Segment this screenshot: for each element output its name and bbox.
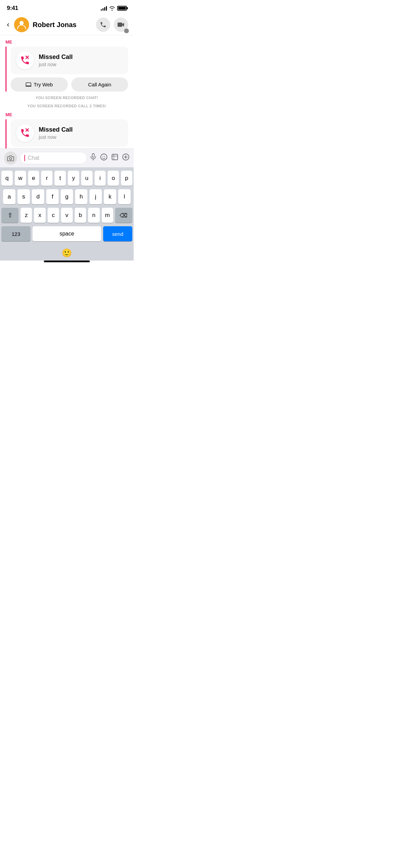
call-again-button-1[interactable]: Call Again (71, 77, 129, 92)
shift-key[interactable]: ⇧ (1, 208, 19, 223)
key-j[interactable]: j (89, 189, 102, 204)
key-i[interactable]: i (95, 171, 106, 186)
call-icon-wrapper-2 (16, 124, 34, 142)
system-msg-1: YOU SCREEN RECORDED CHAT! (5, 96, 128, 100)
key-q[interactable]: q (1, 171, 13, 186)
key-a[interactable]: a (3, 189, 15, 204)
keyboard: q w e r t y u i o p a s d f g h j k l ⇧ … (0, 167, 134, 246)
camera-icon (7, 155, 14, 161)
svg-rect-10 (112, 154, 118, 160)
call-title-2: Missed Call (39, 126, 73, 133)
key-b[interactable]: b (75, 208, 86, 223)
call-icon-wrapper-1 (16, 51, 34, 69)
contact-name: Robert Jonas (33, 21, 93, 29)
keyboard-row-3: ⇧ z x c v b n m ⌫ (1, 208, 132, 223)
mic-icon (90, 153, 97, 161)
svg-rect-1 (118, 23, 122, 27)
key-e[interactable]: e (28, 171, 39, 186)
emoji-bar-icon[interactable]: 🙂 (62, 248, 72, 258)
svg-point-8 (102, 156, 103, 157)
space-key[interactable]: space (33, 226, 101, 241)
keyboard-row-2: a s d f g h j k l (1, 189, 132, 204)
sticker-button[interactable] (111, 153, 119, 163)
me-label-1: ME (5, 39, 128, 45)
input-bar: Chat (0, 148, 134, 167)
status-icons (101, 6, 127, 11)
key-n[interactable]: n (88, 208, 99, 223)
plus-circle-icon (122, 153, 130, 161)
signal-bars-icon (101, 6, 107, 11)
svg-rect-2 (26, 83, 31, 86)
keyboard-row-1: q w e r t y u i o p (1, 171, 132, 186)
header-actions (96, 17, 128, 32)
phone-call-button[interactable] (96, 17, 110, 32)
avatar[interactable] (14, 17, 29, 32)
svg-point-0 (20, 21, 24, 25)
send-key[interactable]: send (103, 226, 132, 241)
key-r[interactable]: r (41, 171, 52, 186)
video-badge (124, 28, 129, 33)
key-o[interactable]: o (108, 171, 119, 186)
key-u[interactable]: u (81, 171, 93, 186)
key-v[interactable]: v (61, 208, 72, 223)
back-button[interactable]: ‹ (5, 19, 11, 31)
key-x[interactable]: x (34, 208, 45, 223)
call-info-2: Missed Call just now (39, 126, 73, 140)
key-d[interactable]: d (32, 189, 44, 204)
key-h[interactable]: h (75, 189, 87, 204)
input-actions (90, 153, 130, 163)
camera-button[interactable] (4, 152, 17, 165)
key-k[interactable]: k (104, 189, 116, 204)
video-icon (117, 22, 125, 28)
chat-input-field[interactable]: Chat (20, 152, 87, 164)
key-m[interactable]: m (102, 208, 113, 223)
battery-icon (117, 6, 127, 11)
svg-rect-5 (92, 154, 94, 157)
message-card-wrapper-1: Missed Call just now Try Web Call Again (5, 47, 128, 92)
missed-call-icon-2 (20, 128, 30, 138)
home-indicator (44, 261, 90, 262)
svg-point-7 (101, 154, 107, 160)
message-card-wrapper-2: Missed Call just now Try Web Call Again (5, 119, 128, 148)
try-web-button-1[interactable]: Try Web (11, 77, 68, 92)
chat-header: ‹ Robert Jonas (0, 14, 134, 35)
key-y[interactable]: y (68, 171, 79, 186)
call-time-1: just now (39, 62, 73, 67)
keyboard-row-4: 123 space send (1, 226, 132, 241)
key-f[interactable]: f (46, 189, 59, 204)
key-w[interactable]: w (15, 171, 26, 186)
svg-point-9 (105, 156, 105, 157)
video-call-button[interactable] (114, 17, 128, 32)
delete-key[interactable]: ⌫ (115, 208, 132, 223)
call-info-1: Missed Call just now (39, 53, 73, 67)
wifi-icon (109, 6, 115, 11)
svg-point-4 (10, 157, 12, 160)
phone-icon (100, 21, 107, 28)
missed-call-icon-1 (20, 55, 30, 65)
key-g[interactable]: g (61, 189, 73, 204)
numbers-key[interactable]: 123 (1, 226, 31, 241)
emoji-bar: 🙂 (0, 246, 134, 261)
emoji-button[interactable] (100, 153, 108, 163)
status-time: 9:41 (7, 5, 18, 12)
emoji-icon (100, 153, 108, 161)
sticker-icon (111, 153, 119, 161)
key-t[interactable]: t (54, 171, 66, 186)
system-msg-2: YOU SCREEN RECORDED CALL 2 TIMES! (5, 104, 128, 108)
chat-area: ME Missed Call just now (0, 35, 134, 148)
text-cursor (24, 155, 25, 161)
me-section-2: ME Missed Call just now (5, 112, 128, 148)
call-time-2: just now (39, 134, 73, 140)
laptop-icon-1 (25, 82, 32, 87)
add-button[interactable] (122, 153, 130, 163)
status-bar: 9:41 (0, 0, 134, 14)
key-l[interactable]: l (118, 189, 131, 204)
call-title-1: Missed Call (39, 53, 73, 61)
key-z[interactable]: z (21, 208, 32, 223)
key-c[interactable]: c (48, 208, 59, 223)
me-section-1: ME Missed Call just now (5, 39, 128, 92)
microphone-button[interactable] (90, 153, 97, 163)
chat-placeholder: Chat (28, 155, 39, 161)
key-p[interactable]: p (121, 171, 132, 186)
key-s[interactable]: s (17, 189, 30, 204)
